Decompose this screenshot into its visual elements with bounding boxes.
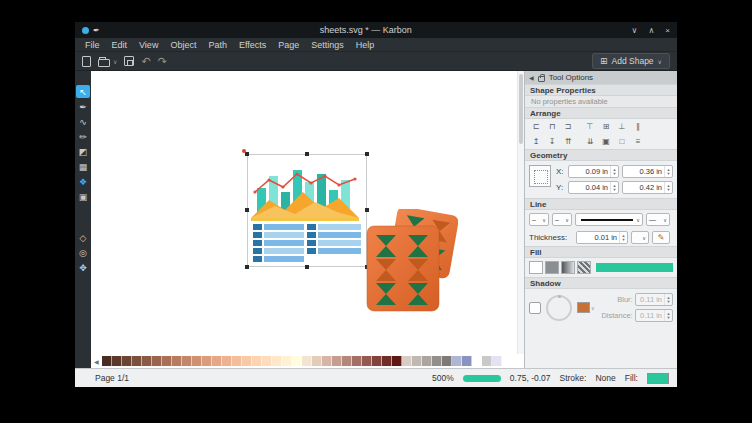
miter-dropdown[interactable]: ∨ [631, 231, 649, 244]
vertical-scrollbar[interactable] [517, 71, 524, 354]
palette-swatch-6[interactable] [162, 356, 172, 366]
y-position-spinbox[interactable]: 0.04 in ▲▼ [568, 181, 619, 194]
palette-swatch-0[interactable] [102, 356, 112, 366]
palette-swatch-25[interactable] [352, 356, 362, 366]
shadow-angle-dial[interactable] [546, 295, 572, 321]
x-position-spinbox[interactable]: 0.09 in ▲▼ [568, 165, 619, 178]
spin-arrows[interactable]: ▲▼ [664, 310, 672, 321]
spin-arrows[interactable]: ▲▼ [664, 182, 672, 193]
distribute-horizontal-icon[interactable]: ∥ [631, 120, 645, 133]
align-left-icon[interactable]: ⊏ [529, 120, 543, 133]
selection-handle[interactable] [305, 152, 309, 156]
selection-handle[interactable] [245, 208, 249, 212]
palette-swatch-34[interactable] [442, 356, 452, 366]
pan-tool[interactable]: ✥ [76, 261, 90, 274]
palette-swatch-7[interactable] [172, 356, 182, 366]
line-end-dropdown[interactable]: —∨ [646, 213, 670, 226]
maximize-button[interactable]: ∧ [648, 26, 654, 35]
menu-settings[interactable]: Settings [305, 40, 350, 50]
palette-swatch-26[interactable] [362, 356, 372, 366]
ungroup-icon[interactable]: □ [615, 135, 629, 148]
align-right-icon[interactable]: ⊐ [561, 120, 575, 133]
spin-arrows[interactable]: ▲▼ [610, 182, 618, 193]
palette-swatch-28[interactable] [382, 356, 392, 366]
pencil-tool[interactable]: ✏ [76, 130, 90, 143]
shadow-enable-checkbox[interactable] [529, 302, 541, 314]
palette-swatch-9[interactable] [192, 356, 202, 366]
blur-spinbox[interactable]: 0.11 in ▲▼ [635, 293, 673, 306]
fill-color-bar[interactable] [596, 263, 673, 272]
fill-pattern-button[interactable] [577, 261, 591, 274]
width-spinbox[interactable]: 0.36 in ▲▼ [622, 165, 673, 178]
spin-arrows[interactable]: ▲▼ [619, 232, 627, 243]
line-join-dropdown[interactable]: –∨ [552, 213, 572, 226]
palette-scroll-left-icon[interactable]: ◀ [94, 358, 99, 365]
selection-handle[interactable] [305, 265, 309, 269]
open-dropdown-icon[interactable]: ∨ [113, 58, 117, 65]
menu-object[interactable]: Object [164, 40, 202, 50]
menu-view[interactable]: View [133, 40, 164, 50]
palette-swatch-1[interactable] [112, 356, 122, 366]
palette-swatch-10[interactable] [202, 356, 212, 366]
marker-button[interactable]: ✎ [652, 231, 670, 244]
menu-effects[interactable]: Effects [233, 40, 272, 50]
palette-swatch-37[interactable] [472, 356, 482, 366]
palette-swatch-2[interactable] [122, 356, 132, 366]
palette-swatch-32[interactable] [422, 356, 432, 366]
menu-file[interactable]: File [79, 40, 106, 50]
palette-swatch-27[interactable] [372, 356, 382, 366]
spin-arrows[interactable]: ▲▼ [664, 294, 672, 305]
palette-swatch-12[interactable] [222, 356, 232, 366]
palette-swatch-11[interactable] [212, 356, 222, 366]
calligraphy-tool[interactable]: ✒ [76, 100, 90, 113]
palette-swatch-5[interactable] [152, 356, 162, 366]
brush-tool[interactable]: ❖ [76, 175, 90, 188]
lock-icon[interactable] [538, 76, 545, 82]
palette-swatch-36[interactable] [462, 356, 472, 366]
minimize-button[interactable]: ∨ [632, 26, 638, 35]
spin-arrows[interactable]: ▲▼ [610, 166, 618, 177]
palette-swatch-14[interactable] [242, 356, 252, 366]
raise-icon[interactable]: ↥ [529, 135, 543, 148]
palette-swatch-17[interactable] [272, 356, 282, 366]
add-shape-button[interactable]: ⊞ Add Shape ∨ [592, 53, 670, 69]
palette-swatch-16[interactable] [262, 356, 272, 366]
group-icon[interactable]: ▣ [599, 135, 613, 148]
palette-swatch-38[interactable] [482, 356, 492, 366]
bring-to-front-icon[interactable]: ⇈ [561, 135, 575, 148]
align-center-horizontal-icon[interactable]: ⊓ [545, 120, 559, 133]
fill-color-swatch[interactable] [647, 373, 669, 384]
fill-none-button[interactable] [529, 261, 543, 274]
shape-tool[interactable]: ◇ [76, 231, 90, 244]
rotation-handle[interactable] [242, 149, 246, 153]
zoom-tool[interactable]: ◎ [76, 246, 90, 259]
palette-swatch-15[interactable] [252, 356, 262, 366]
selection-handle[interactable] [245, 265, 249, 269]
vertical-scrollbar-thumb[interactable] [519, 74, 523, 144]
palette-swatch-29[interactable] [392, 356, 402, 366]
position-anchor-widget[interactable] [529, 165, 551, 187]
redo-icon[interactable]: ↷ [158, 56, 167, 67]
spin-arrows[interactable]: ▲▼ [664, 166, 672, 177]
palette-swatch-20[interactable] [302, 356, 312, 366]
collapse-arrow-icon[interactable]: ◀ [529, 74, 534, 81]
canvas[interactable]: ◀ [91, 71, 524, 368]
palette-swatch-3[interactable] [132, 356, 142, 366]
save-icon[interactable] [124, 56, 134, 66]
menu-path[interactable]: Path [202, 40, 233, 50]
gradient-tool[interactable]: ◩ [76, 145, 90, 158]
palette-swatch-31[interactable] [412, 356, 422, 366]
sheets-chart-image[interactable] [247, 154, 367, 267]
palette-swatch-23[interactable] [332, 356, 342, 366]
shadow-color-button[interactable] [577, 302, 590, 313]
palette-swatch-21[interactable] [312, 356, 322, 366]
menu-page[interactable]: Page [272, 40, 305, 50]
palette-swatch-19[interactable] [292, 356, 302, 366]
height-spinbox[interactable]: 0.42 in ▲▼ [622, 181, 673, 194]
palette-swatch-8[interactable] [182, 356, 192, 366]
open-document-icon[interactable] [98, 59, 110, 67]
new-document-icon[interactable] [82, 56, 91, 67]
align-middle-icon[interactable]: ⊞ [599, 120, 613, 133]
pattern-tool[interactable]: ▦ [76, 160, 90, 173]
karbon-logo-image[interactable] [366, 209, 458, 313]
